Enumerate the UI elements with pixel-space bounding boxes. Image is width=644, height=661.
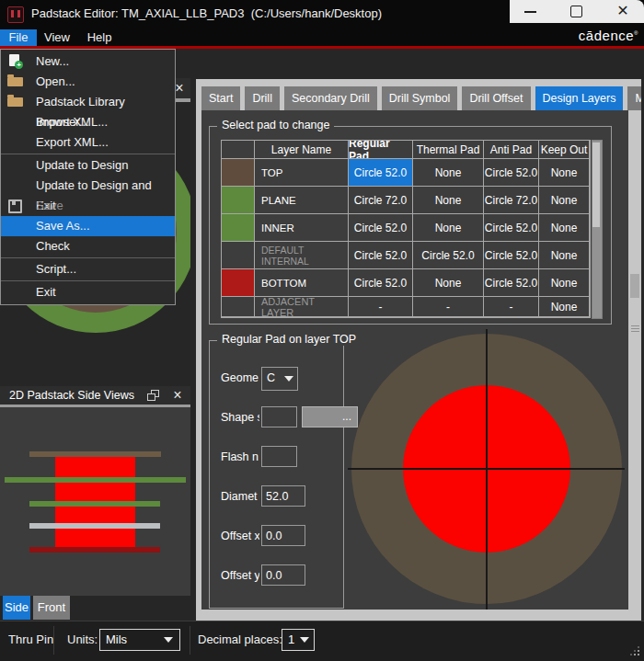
geometry-value: C — [267, 368, 275, 388]
flash-label: Flash n — [221, 446, 259, 468]
side-views-title: 2D Padstack Side Views — [9, 386, 134, 405]
menu-item-update-and-exit[interactable]: Update to Design and Exit — [1, 176, 175, 196]
table-scrollbar-thumb[interactable] — [592, 142, 600, 227]
thermal-pad-cell-adjacent[interactable]: - — [413, 297, 484, 317]
decimal-places-dropdown[interactable]: 1 — [282, 629, 315, 651]
close-button[interactable]: ✕ — [607, 0, 638, 23]
tab-side[interactable]: Side — [3, 596, 30, 620]
tab-start[interactable]: Start — [201, 86, 240, 110]
keepout-cell-plane[interactable]: None — [539, 187, 590, 214]
layer-cell-inner[interactable]: INNER — [255, 214, 349, 242]
menu-separator — [1, 280, 175, 281]
menu-item-update-to-design[interactable]: Update to Design — [1, 155, 175, 176]
swatch-cell-adjacent — [222, 297, 255, 317]
geometry-dropdown[interactable]: C — [261, 367, 298, 391]
regular-pad-cell-plane[interactable]: Circle 72.0 — [349, 187, 413, 214]
float-panel-icon[interactable] — [147, 390, 159, 401]
file-menu-dropdown: New... Open... Padstack Library Browser.… — [0, 49, 176, 305]
menu-view[interactable]: View — [39, 29, 75, 46]
side-view-canvas — [0, 407, 190, 596]
layer-color-swatch — [222, 269, 254, 296]
bottom-layer-bar — [29, 547, 160, 553]
menu-item-save-as[interactable]: Save As... — [1, 216, 175, 236]
thermal-pad-cell-bottom[interactable]: None — [413, 269, 484, 297]
maximize-button[interactable] — [570, 6, 582, 17]
diameter-input[interactable] — [261, 485, 305, 507]
panel-scrollbar-thumb[interactable] — [630, 274, 639, 298]
resize-grip[interactable] — [628, 644, 639, 655]
menu-item-export-xml[interactable]: Export XML... — [1, 132, 175, 153]
offset-x-label: Offset x — [221, 525, 259, 547]
menu-help[interactable]: Help — [79, 29, 120, 46]
layer-cell-top[interactable]: TOP — [255, 159, 349, 187]
swatch-cell-top — [222, 159, 255, 187]
save-icon — [8, 199, 22, 213]
window-title: Padstack Editor: TM_AXIAL_LLB_PAD3 (C:/U… — [31, 0, 382, 28]
layer-cell-default-internal[interactable]: DEFAULT INTERNAL — [255, 242, 349, 269]
regular-pad-cell-inner[interactable]: Circle 52.0 — [349, 214, 413, 242]
thermal-pad-cell-top[interactable]: None — [413, 159, 484, 187]
thermal-pad-cell-default-internal[interactable]: Circle 52.0 — [413, 242, 484, 269]
layer-cell-plane[interactable]: PLANE — [255, 187, 349, 214]
internal-layer-bar — [29, 523, 160, 529]
menu-item-new[interactable]: New... — [1, 51, 175, 72]
offset-x-input[interactable] — [261, 525, 305, 546]
offset-y-label: Offset y — [221, 564, 259, 587]
thermal-pad-cell-inner[interactable]: None — [413, 214, 484, 242]
menu-item-script[interactable]: Script... — [1, 259, 175, 279]
swatch-cell-default-internal — [222, 242, 255, 269]
column-header-regular: Regular Pad — [349, 141, 413, 159]
tab-drill-symbol[interactable]: Drill Symbol — [382, 86, 458, 110]
tab-drill-offset[interactable]: Drill Offset — [462, 86, 530, 110]
swatch-cell-bottom — [222, 269, 255, 297]
layer-cell-adjacent[interactable]: ADJACENT LAYER — [255, 297, 349, 317]
cadence-logo: cādence® — [579, 28, 638, 43]
menu-file[interactable]: File — [0, 29, 37, 46]
column-header-swatch — [222, 141, 255, 159]
anti-pad-cell-inner[interactable]: Circle 52.0 — [484, 214, 539, 242]
menu-separator — [1, 154, 175, 154]
anti-pad-cell-bottom[interactable]: Circle 52.0 — [484, 269, 539, 297]
open-folder-icon — [7, 77, 23, 86]
offset-y-input[interactable] — [261, 564, 305, 586]
menu-item-library-browser[interactable]: Padstack Library Browser... — [1, 92, 175, 112]
menu-item-exit[interactable]: Exit — [1, 282, 175, 302]
column-header-keepout: Keep Out — [539, 141, 590, 159]
keepout-cell-adjacent[interactable]: None — [539, 297, 590, 317]
inner-layer-bar — [29, 501, 160, 507]
menu-item-check[interactable]: Check — [1, 236, 175, 256]
padstack-app-icon — [7, 6, 24, 23]
thermal-pad-cell-plane[interactable]: None — [413, 187, 484, 214]
layer-color-swatch — [222, 187, 254, 213]
tab-mask-layers[interactable]: Mask Layers — [627, 86, 641, 110]
flash-input[interactable] — [261, 446, 297, 467]
anti-pad-cell-top[interactable]: Circle 52.0 — [484, 159, 539, 187]
menu-item-open[interactable]: Open... — [1, 72, 175, 92]
keepout-cell-default-internal[interactable]: None — [539, 242, 590, 269]
regular-pad-cell-top[interactable]: Circle 52.0 — [349, 159, 413, 187]
side-views-close-icon[interactable]: × — [168, 386, 187, 405]
minimize-button[interactable] — [524, 11, 536, 13]
pad-table: Layer Name Regular Pad Thermal Pad Anti … — [221, 140, 591, 318]
menu-item-import-xml[interactable]: Import XML... — [1, 112, 175, 132]
keepout-cell-top[interactable]: None — [539, 159, 590, 187]
tab-drill[interactable]: Drill — [245, 86, 280, 110]
tab-front[interactable]: Front — [33, 596, 70, 620]
shape-browse-button[interactable]: ... — [302, 406, 358, 427]
keepout-cell-inner[interactable]: None — [539, 214, 590, 242]
shape-input[interactable] — [261, 406, 297, 427]
anti-pad-cell-adjacent[interactable]: - — [484, 297, 539, 317]
regular-pad-cell-adjacent[interactable]: - — [349, 297, 413, 317]
anti-pad-cell-plane[interactable]: Circle 72.0 — [484, 187, 539, 214]
regular-pad-cell-default-internal[interactable]: Circle 52.0 — [349, 242, 413, 269]
anti-pad-cell-default-internal[interactable]: Circle 52.0 — [484, 242, 539, 269]
panel-splitter-grip[interactable] — [631, 324, 639, 333]
tab-secondary-drill[interactable]: Secondary Drill — [284, 86, 377, 110]
tab-design-layers[interactable]: Design Layers — [535, 86, 624, 110]
chevron-down-icon — [300, 637, 309, 643]
layer-cell-bottom[interactable]: BOTTOM — [255, 269, 349, 297]
table-scrollbar[interactable] — [592, 140, 603, 319]
units-dropdown[interactable]: Mils — [99, 629, 180, 651]
keepout-cell-bottom[interactable]: None — [539, 269, 590, 297]
regular-pad-cell-bottom[interactable]: Circle 52.0 — [349, 269, 413, 297]
